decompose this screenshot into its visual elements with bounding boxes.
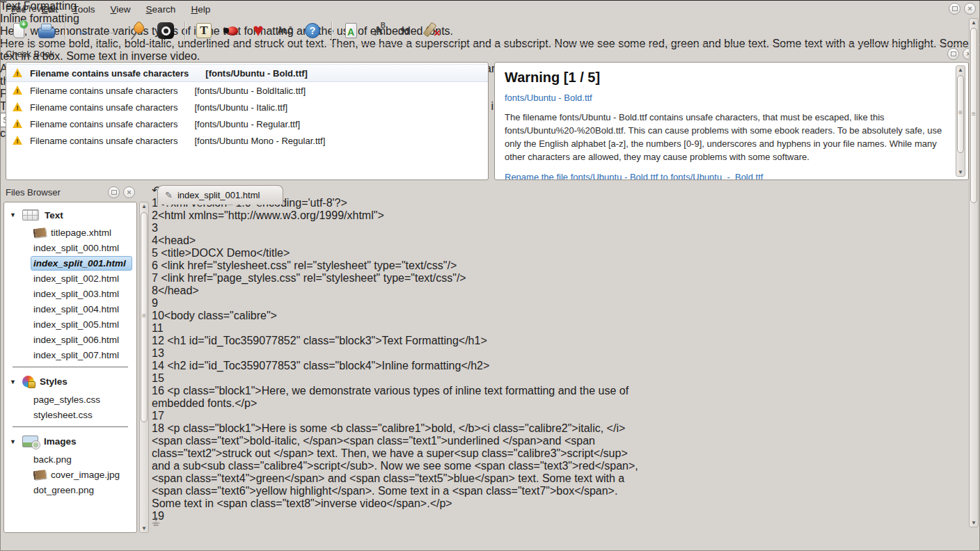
smart-quotes-icon[interactable]: ” <box>395 20 416 41</box>
code-line[interactable]: 13 <box>152 347 639 360</box>
help-icon[interactable]: ? <box>302 20 323 41</box>
tab-index-split-001[interactable]: index_split_001.html <box>157 185 283 205</box>
code-line[interactable]: 8</head> <box>152 285 639 297</box>
file-item[interactable]: index_split_002.html <box>31 271 132 286</box>
calibre-edit-book-window: FileEditToolsViewSearchHelp ←→T♥ÅŁČ?AA”×… <box>0 0 980 551</box>
code-line[interactable]: 19 <box>152 510 639 522</box>
file-label: stylesheet.css <box>33 410 93 420</box>
code-line[interactable]: 9 <box>152 297 639 310</box>
file-item[interactable]: dot_green.png <box>31 483 132 497</box>
code-line[interactable]: 6 <link href="stylesheet.css" rel="style… <box>152 259 639 272</box>
file-item[interactable]: index_split_003.html <box>31 287 132 301</box>
forward-icon[interactable]: → <box>101 20 122 41</box>
scroll-up-icon[interactable] <box>140 202 148 210</box>
scrollbar-thumb[interactable] <box>153 525 159 526</box>
section-images[interactable]: Images <box>4 431 136 452</box>
section-text[interactable]: Text <box>4 205 136 225</box>
file-label: index_split_002.html <box>33 273 119 284</box>
menu-search[interactable]: Search <box>139 2 183 17</box>
warning-item[interactable]: Filename contains unsafe characters[font… <box>6 99 488 115</box>
code-line[interactable]: 3 <box>152 222 639 234</box>
code-line[interactable]: 5 <title>DOCX Demo</title> <box>152 247 639 259</box>
new-file-icon[interactable] <box>8 20 29 41</box>
file-item[interactable]: back.png <box>31 452 132 467</box>
file-item[interactable]: stylesheet.css <box>31 408 132 422</box>
styles-section-icon <box>22 376 34 388</box>
donate-icon[interactable]: ♥ <box>248 20 269 41</box>
scroll-up-icon[interactable] <box>956 66 965 74</box>
code-line[interactable]: 17 <box>152 410 639 422</box>
scrollbar-thumb[interactable] <box>957 75 964 153</box>
code-line[interactable]: 18 <p class="block1">Here is some <b cla… <box>152 422 639 510</box>
float-icon[interactable] <box>949 3 961 15</box>
scroll-down-icon[interactable] <box>956 168 965 176</box>
pin-icon[interactable] <box>128 20 149 41</box>
section-divider <box>13 367 128 367</box>
code-text: <title>DOCX Demo</title> <box>158 247 290 259</box>
warning-item[interactable]: Filename contains unsafe characters[font… <box>6 82 488 99</box>
close-icon[interactable] <box>964 3 976 15</box>
scroll-down-icon[interactable] <box>140 525 148 532</box>
preview-scrollbar[interactable] <box>969 18 979 527</box>
files-scrollbar[interactable] <box>139 202 149 533</box>
warning-item[interactable]: Filename contains unsafe characters[font… <box>6 64 488 82</box>
file-label: index_split_003.html <box>33 289 119 299</box>
file-item[interactable]: titlepage.xhtml <box>31 225 132 240</box>
back-icon[interactable]: ← <box>74 20 95 41</box>
menu-tools[interactable]: Tools <box>66 2 102 17</box>
file-item[interactable]: index_split_005.html <box>31 317 132 332</box>
code-line[interactable]: 15 <box>152 372 639 385</box>
file-item[interactable]: index_split_001.html <box>31 256 132 271</box>
code-line[interactable]: 16 <p class="block1">Here, we demonstrat… <box>152 385 639 410</box>
code-line[interactable]: 4<head> <box>152 234 639 247</box>
insert-text-icon[interactable]: T <box>193 20 214 41</box>
file-item[interactable]: index_split_007.html <box>31 348 132 362</box>
warning-rename-link[interactable]: Rename the file fonts/Ubuntu - Bold.ttf … <box>505 172 947 180</box>
file-item[interactable]: page_styles.css <box>31 392 132 407</box>
warning-file-link[interactable]: fonts/Ubuntu - Bold.ttf <box>505 93 947 103</box>
spellcheck-icon[interactable]: A <box>368 20 388 41</box>
beautify-icon[interactable]: A <box>340 20 361 41</box>
close-icon[interactable] <box>123 186 135 198</box>
warning-icon <box>12 136 23 145</box>
warning-file: [fonts/Ubuntu - Regular.ttf] <box>194 119 300 129</box>
warning-item[interactable]: Filename contains unsafe characters[font… <box>6 132 488 149</box>
section-divider <box>13 426 128 427</box>
editor-scrollbar[interactable] <box>152 522 160 524</box>
code-text: <p class="block1">Here, we demonstrate v… <box>152 385 629 409</box>
scroll-up-icon[interactable] <box>970 19 978 26</box>
float-icon[interactable] <box>108 186 120 198</box>
code-text <box>164 510 167 522</box>
code-line[interactable]: 7 <link href="page_styles.css" rel="styl… <box>152 272 639 285</box>
scroll-down-icon[interactable] <box>152 516 159 523</box>
code-line[interactable]: 10<body class="calibre"> <box>152 310 639 322</box>
scrollbar-thumb[interactable] <box>141 212 148 422</box>
file-item[interactable]: cover_image.jpg <box>31 468 132 482</box>
code-line[interactable]: 11 <box>152 322 639 335</box>
section-label: Images <box>44 436 77 447</box>
scrollbar-thumb[interactable] <box>970 28 977 203</box>
code-area[interactable]: 1<?xml version='1.0' encoding='utf-8'?>2… <box>152 197 639 522</box>
check-book-icon[interactable] <box>221 20 242 41</box>
file-preview-title: File Preview <box>6 3 55 14</box>
tab-close-icon[interactable] <box>264 190 276 201</box>
code-text: <h2 id="id_Toc359077853" class="block4">… <box>164 360 490 372</box>
clean-css-icon[interactable]: × <box>422 20 443 41</box>
menu-view[interactable]: View <box>104 2 138 17</box>
record-icon[interactable] <box>155 20 176 41</box>
book-icon <box>33 470 46 480</box>
special-characters-icon[interactable]: ÅŁČ <box>275 20 296 41</box>
warning-item[interactable]: Filename contains unsafe characters[font… <box>6 115 488 132</box>
code-line[interactable]: 14 <h2 id="id_Toc359077853" class="block… <box>152 360 639 372</box>
section-styles[interactable]: Styles <box>4 372 136 392</box>
scroll-down-icon[interactable] <box>970 519 978 527</box>
file-item[interactable]: index_split_006.html <box>31 333 132 347</box>
float-icon[interactable] <box>947 48 959 60</box>
detail-scrollbar[interactable] <box>956 65 965 177</box>
code-line[interactable]: 2<html xmlns="http://www.w3.org/1999/xht… <box>152 209 639 222</box>
save-book-icon[interactable] <box>35 20 56 41</box>
file-item[interactable]: index_split_000.html <box>31 241 132 255</box>
menu-help[interactable]: Help <box>184 2 217 17</box>
file-item[interactable]: index_split_004.html <box>31 302 132 317</box>
code-line[interactable]: 12 <h1 id="id_Toc359077852" class="block… <box>152 335 639 347</box>
